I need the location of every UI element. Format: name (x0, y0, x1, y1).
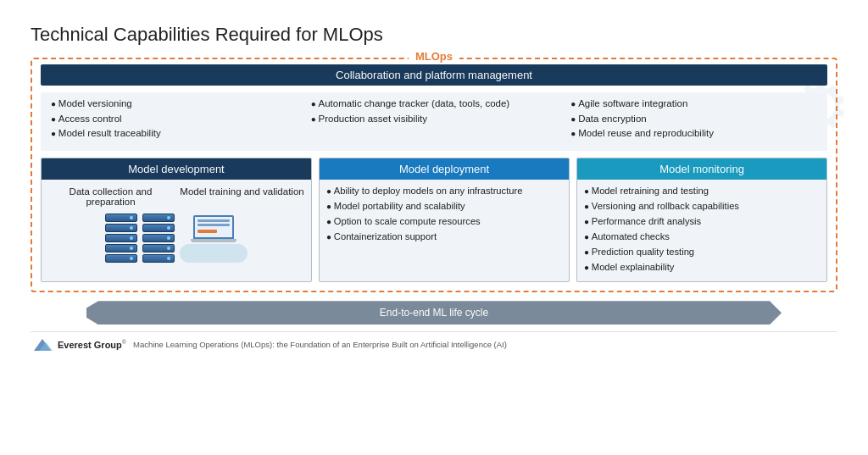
collab-item: Model reuse and reproducibility (570, 127, 817, 141)
collab-col-2: Automatic change tracker (data, tools, c… (304, 94, 565, 146)
footer-brand: Everest Group® (58, 339, 126, 350)
deploy-feature-item: Option to scale compute resources (326, 215, 562, 228)
model-dev-body: Data collection and preparation Model tr… (42, 180, 311, 208)
deploy-feature-item: Model portability and scalability (326, 200, 562, 213)
collab-col-1: Model versioning Access control Model re… (44, 94, 304, 146)
collab-item: Model versioning (51, 97, 298, 111)
deploy-feature-item: Ability to deploy models on any infrastr… (326, 185, 562, 197)
screen-orange-bar (198, 230, 217, 233)
cloud-laptop-group (180, 215, 248, 263)
lifecycle-label: End-to-end ML life cycle (380, 307, 488, 319)
collab-item: Automatic change tracker (data, tools, c… (311, 97, 558, 111)
model-dev-box: Model development Data collection and pr… (41, 158, 312, 283)
server-unit (105, 244, 137, 252)
monitor-feature-item: Model retraining and testing (584, 185, 820, 197)
collab-item: Model result traceability (51, 127, 298, 141)
server-illustration (42, 208, 311, 266)
server-unit (105, 254, 137, 263)
footer-text: Machine Learning Operations (MLOps): the… (133, 340, 507, 349)
screen-line (198, 219, 230, 222)
right-panel: Model deployment Ability to deploy model… (319, 158, 827, 283)
mlops-container: MLOps Collaboration and platform managem… (31, 58, 837, 292)
monitor-feature-item: Model explainability (584, 261, 820, 274)
model-dev-left-label: Data collection and preparation (45, 185, 176, 208)
monitor-feature-item: Versioning and rollback capabilities (584, 200, 820, 213)
monitor-feature-item: Automated checks (584, 230, 820, 243)
model-dev-header: Model development (42, 158, 311, 180)
server-unit (105, 224, 137, 232)
server-unit (142, 214, 175, 222)
monitor-box: Model monitoring Model retraining and te… (576, 158, 827, 283)
server-unit (105, 214, 137, 222)
collab-header: Collaboration and platform management (41, 64, 827, 86)
server-unit (142, 224, 175, 232)
collab-item: Agile software integration (570, 97, 817, 111)
page: ⚙ Technical Capabilities Required for ML… (0, 0, 868, 455)
deploy-monitor-row: Model deployment Ability to deploy model… (319, 158, 827, 283)
collab-col-3: Agile software integration Data encrypti… (564, 94, 824, 146)
deploy-feature-item: Containerization support (326, 230, 562, 243)
server-rack-2 (142, 214, 175, 263)
page-title: Technical Capabilities Required for MLOp… (31, 24, 837, 46)
lifecycle-arrow: End-to-end ML life cycle (86, 301, 782, 325)
laptop-base (191, 239, 236, 242)
server-unit (142, 244, 175, 252)
deploy-feature-list: Ability to deploy models on any infrastr… (320, 180, 569, 251)
mlops-label: MLOps (409, 50, 459, 63)
monitor-header: Model monitoring (577, 158, 826, 180)
monitor-feature-item: Performance drift analysis (584, 215, 820, 228)
monitor-feature-item: Prediction quality testing (584, 246, 820, 258)
screen-line (198, 224, 230, 226)
server-unit (142, 234, 175, 242)
server-unit (142, 254, 175, 263)
laptop-icon (193, 215, 234, 244)
model-dev-right-label: Model training and validation (176, 185, 308, 208)
collab-features: Model versioning Access control Model re… (41, 92, 827, 151)
mountain-icon (31, 336, 54, 352)
collab-item: Production asset visibility (311, 113, 558, 126)
deploy-header: Model deployment (320, 158, 569, 180)
laptop-screen (193, 215, 234, 239)
footer: Everest Group® Machine Learning Operatio… (31, 331, 837, 352)
everest-logo: Everest Group® (31, 336, 126, 352)
bottom-section: Model development Data collection and pr… (41, 158, 827, 283)
cloud-shape (180, 244, 248, 263)
lifecycle-row: End-to-end ML life cycle (31, 301, 837, 325)
server-rack-1 (105, 214, 137, 263)
collab-item: Data encryption (570, 113, 817, 126)
server-unit (105, 234, 137, 242)
monitor-feature-list: Model retraining and testing Versioning … (577, 180, 826, 282)
collab-item: Access control (51, 113, 298, 126)
deploy-box: Model deployment Ability to deploy model… (319, 158, 570, 283)
